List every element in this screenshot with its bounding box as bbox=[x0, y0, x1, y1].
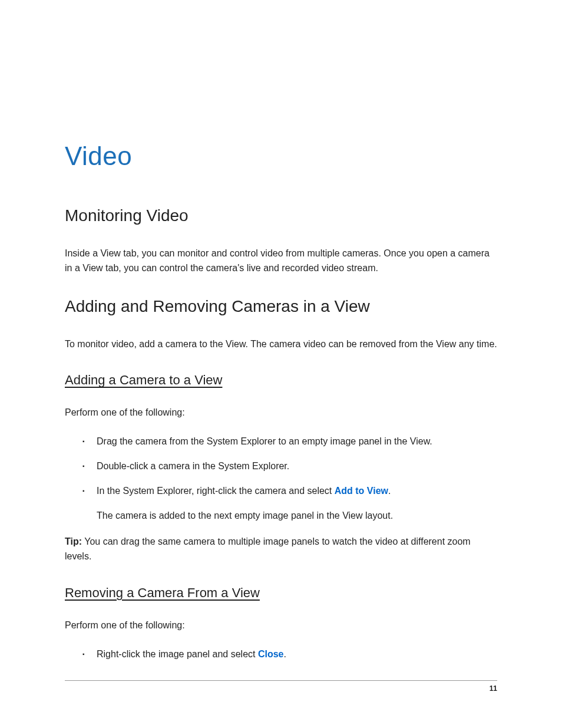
list-item-result: The camera is added to the next empty im… bbox=[97, 509, 497, 523]
section-para-addremove: To monitor video, add a camera to the Vi… bbox=[65, 337, 497, 352]
subsection-heading-add: Adding a Camera to a View bbox=[65, 373, 497, 388]
bullet-list-remove: Right-click the image panel and select C… bbox=[65, 647, 497, 661]
page-footer: 11 bbox=[65, 680, 497, 693]
list-item: Drag the camera from the System Explorer… bbox=[97, 434, 497, 449]
list-item-suffix: . bbox=[284, 649, 286, 659]
page-title: Video bbox=[65, 141, 497, 171]
list-item: Double-click a camera in the System Expl… bbox=[97, 459, 497, 473]
list-item: Right-click the image panel and select C… bbox=[97, 647, 497, 661]
page-content: Video Monitoring Video Inside a View tab… bbox=[0, 0, 562, 661]
list-item-text: Right-click the image panel and select bbox=[97, 649, 258, 659]
subsection-heading-remove: Removing a Camera From a View bbox=[65, 585, 497, 601]
subsection-intro-add: Perform one of the following: bbox=[65, 406, 497, 420]
section-para-monitoring: Inside a View tab, you can monitor and c… bbox=[65, 246, 497, 276]
tip-label: Tip: bbox=[65, 536, 82, 546]
tip-text: You can drag the same camera to multiple… bbox=[65, 536, 471, 561]
tip-paragraph: Tip: You can drag the same camera to mul… bbox=[65, 535, 497, 564]
action-link-add-to-view: Add to View bbox=[335, 486, 388, 496]
subsection-intro-remove: Perform one of the following: bbox=[65, 618, 497, 633]
section-heading-monitoring: Monitoring Video bbox=[65, 206, 497, 225]
list-item: In the System Explorer, right-click the … bbox=[97, 484, 497, 523]
bullet-list-add: Drag the camera from the System Explorer… bbox=[65, 434, 497, 523]
section-heading-addremove: Adding and Removing Cameras in a View bbox=[65, 297, 497, 316]
list-item-text: In the System Explorer, right-click the … bbox=[97, 486, 335, 496]
action-link-close: Close bbox=[258, 649, 284, 659]
list-item-suffix: . bbox=[388, 486, 391, 496]
page-number: 11 bbox=[490, 684, 497, 693]
